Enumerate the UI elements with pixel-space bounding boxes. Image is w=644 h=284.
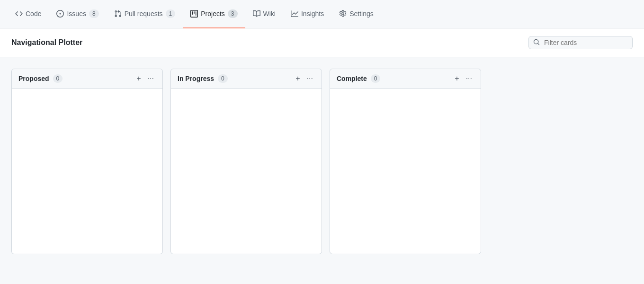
column-in-progress-add-button[interactable]: + [294, 74, 302, 83]
tab-issues[interactable]: Issues 8 [49, 0, 106, 28]
column-in-progress-count: 0 [218, 74, 228, 83]
tab-issues-badge: 8 [89, 9, 99, 18]
tab-projects-label: Projects [201, 10, 225, 18]
filter-input-wrap [528, 36, 633, 49]
column-complete-count: 0 [371, 74, 381, 83]
column-complete-more-button[interactable]: ··· [464, 74, 474, 83]
tab-pull-requests-label: Pull requests [125, 10, 163, 18]
column-proposed: Proposed 0 + ··· [11, 69, 163, 254]
tab-projects-badge: 3 [228, 9, 238, 18]
column-complete-title: Complete [337, 75, 367, 82]
tab-projects[interactable]: Projects 3 [183, 0, 245, 28]
column-proposed-header: Proposed 0 + ··· [12, 69, 162, 88]
column-proposed-count: 0 [53, 74, 63, 83]
column-complete-add-button[interactable]: + [453, 74, 461, 83]
column-proposed-actions: + ··· [134, 74, 156, 83]
tab-pull-requests[interactable]: Pull requests 1 [107, 0, 183, 28]
column-complete-actions: + ··· [453, 74, 474, 83]
tab-settings-label: Settings [349, 10, 374, 18]
column-in-progress-more-button[interactable]: ··· [305, 74, 315, 83]
settings-icon [339, 10, 347, 18]
insights-icon [291, 10, 298, 18]
column-complete-body [330, 88, 481, 254]
column-in-progress: In Progress 0 + ··· [170, 69, 322, 254]
tab-wiki[interactable]: Wiki [245, 0, 283, 28]
column-in-progress-header: In Progress 0 + ··· [171, 69, 322, 88]
wiki-icon [253, 10, 260, 18]
code-icon [15, 10, 23, 18]
board-area: Proposed 0 + ··· In Progress 0 + ··· [0, 57, 644, 284]
column-proposed-title: Proposed [18, 75, 49, 82]
column-complete-title-wrap: Complete 0 [337, 74, 380, 83]
column-proposed-more-button[interactable]: ··· [146, 74, 156, 83]
project-header: Navigational Plotter [0, 28, 644, 57]
column-complete-header: Complete 0 + ··· [330, 69, 481, 88]
column-complete: Complete 0 + ··· [330, 69, 481, 254]
column-proposed-title-wrap: Proposed 0 [18, 74, 63, 83]
column-proposed-add-button[interactable]: + [134, 74, 143, 83]
column-in-progress-actions: + ··· [294, 74, 315, 83]
project-title: Navigational Plotter [11, 38, 82, 47]
issues-icon [56, 10, 64, 18]
column-proposed-body [12, 88, 162, 254]
tab-issues-label: Issues [67, 10, 86, 18]
filter-cards-input[interactable] [528, 36, 633, 49]
projects-icon [190, 10, 198, 18]
column-in-progress-body [171, 88, 322, 254]
tab-wiki-label: Wiki [263, 10, 276, 18]
tab-bar: Code Issues 8 Pull requests 1 Projects 3 [0, 0, 644, 28]
column-in-progress-title: In Progress [178, 75, 214, 82]
tab-code[interactable]: Code [8, 0, 49, 28]
tab-code-label: Code [26, 10, 41, 18]
tab-insights[interactable]: Insights [283, 0, 331, 28]
pull-requests-icon [114, 10, 122, 18]
filter-search-icon [533, 39, 540, 47]
tab-settings[interactable]: Settings [331, 0, 381, 28]
tab-insights-label: Insights [301, 10, 324, 18]
tab-pull-requests-badge: 1 [166, 9, 176, 18]
column-in-progress-title-wrap: In Progress 0 [178, 74, 228, 83]
